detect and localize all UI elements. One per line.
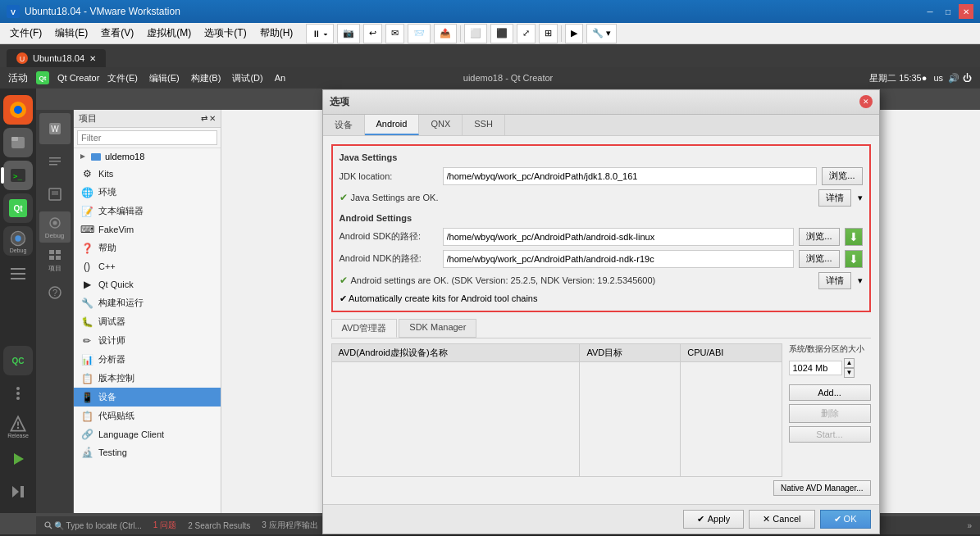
- tab-ssh[interactable]: SSH: [463, 115, 505, 135]
- toolbar-snapshot-button[interactable]: 📷: [337, 24, 360, 43]
- vm-tab-ubuntu[interactable]: U Ubuntu18.04 ✕: [7, 49, 106, 67]
- status-search-results[interactable]: 2 Search Results: [183, 516, 255, 534]
- nav-language-client[interactable]: 🔗 Language Client: [74, 425, 221, 443]
- nav-env[interactable]: 🌐 环境: [74, 183, 221, 202]
- dock-icon-qc[interactable]: QC: [3, 346, 33, 375]
- nav-debugger[interactable]: 🐛 调试器: [74, 312, 221, 331]
- menu-view[interactable]: 查看(V): [94, 25, 140, 42]
- avd-manager-tab[interactable]: AVD管理器: [331, 319, 398, 338]
- menu-edit[interactable]: 编辑(E): [48, 25, 94, 42]
- toolbar-stretch-button[interactable]: ⤢: [517, 24, 536, 43]
- avd-add-button[interactable]: Add...: [789, 384, 871, 401]
- sdk-input[interactable]: [443, 228, 795, 246]
- jdk-input[interactable]: [443, 167, 818, 185]
- sdk-browse-button[interactable]: 浏览...: [799, 228, 839, 246]
- help-side-btn[interactable]: ?: [39, 277, 71, 308]
- nav-help[interactable]: ❓ 帮助: [74, 238, 221, 257]
- toolbar-pause-button[interactable]: ⏸ ▾: [306, 24, 334, 43]
- nav-devices[interactable]: 📱 设备: [74, 388, 221, 407]
- qt-menu-an[interactable]: An: [271, 73, 289, 83]
- android-detail-arrow[interactable]: ▾: [858, 275, 863, 286]
- edit-btn[interactable]: [39, 146, 71, 177]
- tab-qnx[interactable]: QNX: [419, 115, 463, 135]
- java-detail-arrow[interactable]: ▾: [858, 193, 863, 203]
- ok-button[interactable]: ✔ OK: [820, 510, 871, 529]
- toolbar-revert-button[interactable]: ↩: [363, 24, 382, 43]
- nav-vcs[interactable]: 📋 版本控制: [74, 369, 221, 388]
- toolbar-send2-button[interactable]: 📨: [408, 24, 431, 43]
- vm-tab-close[interactable]: ✕: [89, 54, 96, 63]
- dock-icon-release[interactable]: Release: [3, 411, 33, 441]
- close-button[interactable]: ✕: [959, 4, 973, 19]
- nav-fakevim[interactable]: ⌨ FakeVim: [74, 220, 221, 238]
- activities-button[interactable]: 活动: [8, 71, 28, 85]
- dock-icon-2[interactable]: [3, 128, 33, 157]
- qt-menu-debug[interactable]: 调试(D): [229, 72, 266, 84]
- welcome-btn[interactable]: W: [39, 113, 71, 144]
- panel-close-icon[interactable]: ✕: [209, 114, 216, 123]
- avd-size-down-button[interactable]: ▼: [844, 368, 855, 378]
- dock-files-icon[interactable]: [3, 95, 33, 125]
- ndk-download-button[interactable]: ⬇: [845, 250, 863, 268]
- qt-menu-build[interactable]: 构建(B): [188, 72, 225, 84]
- ndk-input[interactable]: [443, 250, 795, 268]
- nav-build-run[interactable]: 🔧 构建和运行: [74, 293, 221, 312]
- menu-vm[interactable]: 虚拟机(M): [140, 25, 198, 42]
- dock-icon-qt[interactable]: Qt: [3, 193, 33, 223]
- menu-file[interactable]: 文件(F): [3, 25, 48, 42]
- panel-sync-icon[interactable]: ⇄: [201, 114, 207, 123]
- status-app-output[interactable]: 3 应用程序输出: [257, 516, 322, 534]
- java-detail-button[interactable]: 详情: [818, 189, 851, 207]
- nav-testing[interactable]: 🔬 Testing: [74, 443, 221, 461]
- dialog-close-button[interactable]: ✕: [859, 95, 873, 108]
- apply-button[interactable]: ✔ Apply: [683, 510, 745, 529]
- toolbar-unity-button[interactable]: ⊞: [539, 24, 558, 43]
- ndk-browse-button[interactable]: 浏览...: [799, 250, 839, 268]
- menu-help[interactable]: 帮助(H): [253, 25, 300, 42]
- nav-codepaster[interactable]: 📋 代码贴纸: [74, 407, 221, 425]
- status-search[interactable]: 🔍 Type to locate (Ctrl...: [39, 516, 147, 534]
- toolbar-console-button[interactable]: ▶: [565, 24, 583, 43]
- toolbar-windowed-button[interactable]: ⬛: [490, 24, 513, 43]
- nav-cpp[interactable]: () C++: [74, 257, 221, 275]
- debug-side-btn[interactable]: Debug: [39, 211, 71, 243]
- dock-icon-debug[interactable]: Debug: [3, 226, 33, 256]
- tab-android[interactable]: Android: [365, 115, 420, 135]
- dock-icon-step[interactable]: [3, 477, 33, 506]
- toolbar-fullscreen-button[interactable]: ⬜: [464, 24, 487, 43]
- menu-tab[interactable]: 选项卡(T): [198, 25, 253, 42]
- cancel-button[interactable]: ✕ Cancel: [749, 510, 814, 529]
- nav-kits[interactable]: ⚙ Kits: [74, 165, 221, 183]
- sdk-download-button[interactable]: ⬇: [845, 228, 863, 246]
- status-problems[interactable]: 1 问题: [148, 516, 181, 534]
- nav-qtquick[interactable]: ▶ Qt Quick: [74, 275, 221, 293]
- dock-icon-settings[interactable]: [3, 259, 33, 288]
- nav-designer[interactable]: ✏ 设计师: [74, 331, 221, 350]
- avd-size-input[interactable]: [789, 361, 842, 375]
- dock-icon-3[interactable]: >_: [3, 161, 33, 190]
- dock-icon-extra[interactable]: [3, 379, 33, 408]
- projects-side-btn[interactable]: 项目: [39, 244, 71, 275]
- android-detail-button[interactable]: 详情: [818, 272, 851, 289]
- tree-root-item[interactable]: uldemo18: [74, 148, 221, 165]
- qt-menu-edit[interactable]: 编辑(E): [146, 72, 183, 84]
- qt-menu-file[interactable]: 文件(E): [104, 72, 141, 84]
- native-avd-button[interactable]: Native AVD Manager...: [773, 480, 870, 496]
- toolbar-send-button[interactable]: ✉: [385, 24, 404, 43]
- design-btn[interactable]: [39, 179, 71, 210]
- nav-analyzer[interactable]: 📊 分析器: [74, 350, 221, 369]
- jdk-browse-button[interactable]: 浏览...: [822, 167, 862, 185]
- filter-input[interactable]: [77, 130, 217, 145]
- toolbar-settings-button[interactable]: 🔧 ▾: [586, 24, 617, 43]
- tab-devices[interactable]: 设备: [323, 115, 365, 135]
- toolbar-send3-button[interactable]: 📤: [434, 24, 457, 43]
- dock-icon-run[interactable]: [3, 444, 33, 474]
- sdk-manager-tab[interactable]: SDK Manager: [399, 319, 476, 338]
- status-right-arrows[interactable]: »: [962, 516, 977, 534]
- maximize-button[interactable]: □: [941, 4, 955, 19]
- minimize-button[interactable]: ─: [923, 4, 937, 19]
- avd-size-up-button[interactable]: ▲: [844, 358, 855, 368]
- avd-start-button[interactable]: Start...: [789, 426, 871, 443]
- avd-delete-button[interactable]: 删除: [789, 404, 871, 423]
- nav-text-editor[interactable]: 📝 文本编辑器: [74, 202, 221, 220]
